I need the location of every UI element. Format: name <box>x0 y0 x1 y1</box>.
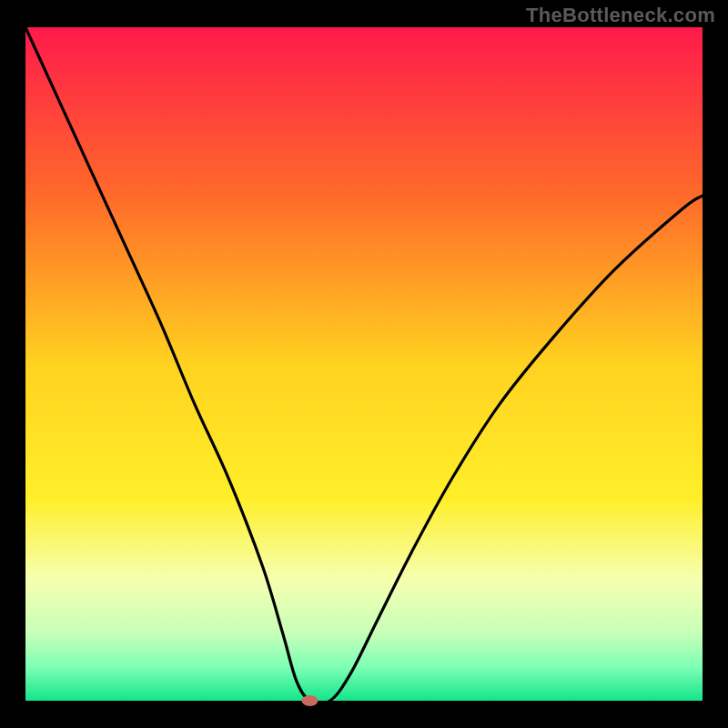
plot-background <box>25 27 703 701</box>
chart-frame: TheBottleneck.com <box>0 0 728 728</box>
bottleneck-chart <box>0 0 728 728</box>
optimal-marker <box>301 695 318 706</box>
